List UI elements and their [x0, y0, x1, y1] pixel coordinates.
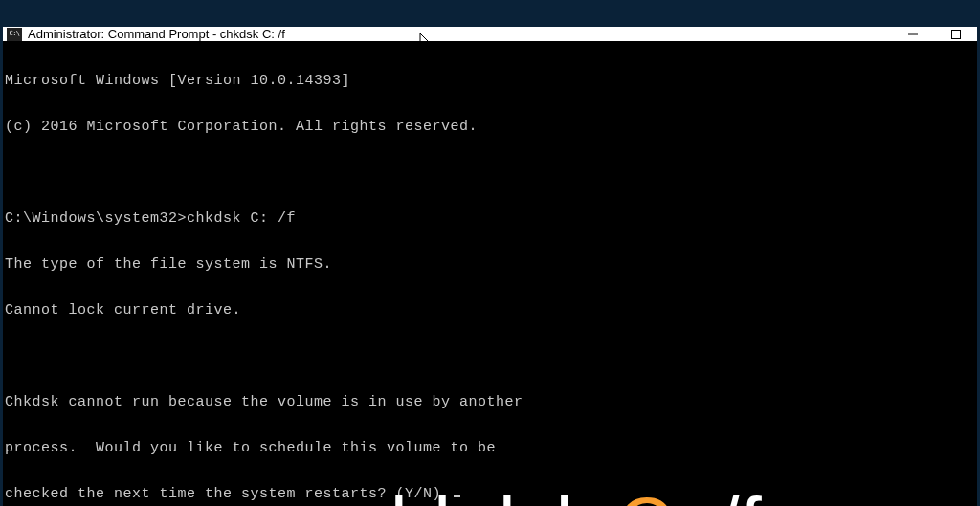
window-controls [891, 27, 977, 41]
cmd-icon: C:\ [7, 28, 22, 41]
window-title: Administrator: Command Prompt - chkdsk C… [28, 27, 285, 41]
caption-overlay: chkdsk C: /f [3, 502, 977, 506]
terminal-line: Microsoft Windows [Version 10.0.14393] [5, 74, 975, 89]
terminal-line: process. Would you like to schedule this… [5, 441, 975, 456]
svg-rect-1 [951, 30, 960, 38]
caption-part1: chkdsk [351, 482, 617, 506]
caption-accent: C: [617, 482, 696, 506]
terminal-line [5, 349, 975, 364]
terminal-line: Cannot lock current drive. [5, 303, 975, 319]
terminal-line: C:\Windows\system32>chkdsk C: /f [5, 211, 975, 227]
terminal-line: Chkdsk cannot run because the volume is … [5, 395, 975, 410]
maximize-button[interactable] [934, 27, 977, 41]
terminal-output[interactable]: Microsoft Windows [Version 10.0.14393] (… [3, 41, 977, 506]
terminal-line: (c) 2016 Microsoft Corporation. All righ… [5, 120, 975, 135]
terminal-line: The type of the file system is NTFS. [5, 257, 975, 273]
window-titlebar[interactable]: C:\ Administrator: Command Prompt - chkd… [3, 27, 977, 41]
command-prompt-window: C:\ Administrator: Command Prompt - chkd… [3, 27, 977, 506]
terminal-line [5, 165, 975, 181]
caption-part2: /f [696, 482, 763, 506]
minimize-button[interactable] [891, 27, 934, 41]
